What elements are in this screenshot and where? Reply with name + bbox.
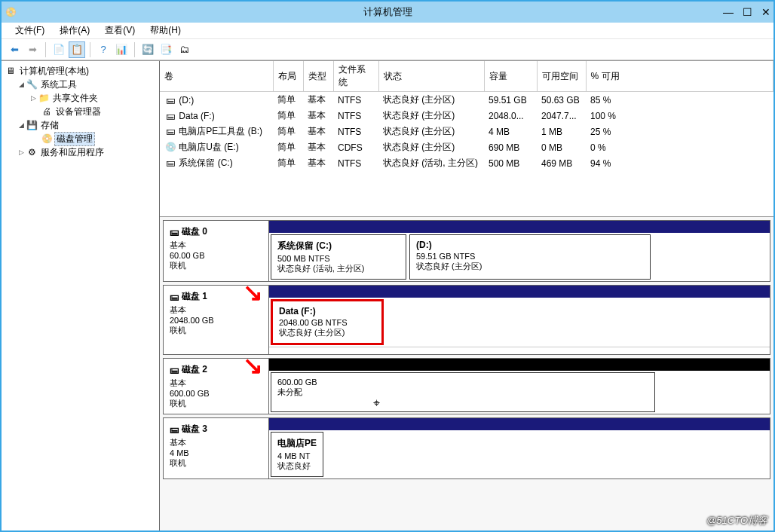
back-button[interactable]: ⬅: [6, 41, 23, 58]
cell-pct: 94 %: [586, 155, 773, 171]
expander-icon[interactable]: ▷: [17, 148, 26, 156]
disk-map[interactable]: 🖴磁盘 0基本60.00 GB联机系统保留 (C:)500 MB NTFS状态良…: [160, 217, 773, 530]
partition-header-bar: [269, 359, 770, 371]
table-row[interactable]: 🖴 Data (F:)简单基本NTFS状态良好 (主分区)2048.0...20…: [160, 108, 773, 124]
partition-box[interactable]: Data (F:)2048.00 GB NTFS状态良好 (主分区): [271, 299, 384, 345]
col-status[interactable]: 状态: [378, 61, 484, 92]
disk-partitions: 电脑店PE4 MB NT状态良好: [269, 418, 770, 478]
cell-type: 基本: [303, 139, 333, 155]
close-button[interactable]: ✕: [761, 6, 770, 18]
cell-status: 状态良好 (主分区): [378, 124, 484, 139]
drive-icon: 🖴: [164, 126, 176, 136]
tool-btn-1[interactable]: 📄: [51, 41, 67, 58]
toolbar-separator: [45, 42, 46, 57]
disk-partitions: 系统保留 (C:)500 MB NTFS状态良好 (活动, 主分区)(D:)59…: [269, 221, 770, 281]
disk-name: 磁盘 0: [182, 225, 207, 238]
cell-fs: NTFS: [333, 124, 378, 139]
table-row[interactable]: 🖴 (D:)简单基本NTFS状态良好 (主分区)59.51 GB50.63 GB…: [160, 92, 773, 109]
col-free[interactable]: 可用空间: [537, 61, 586, 92]
partition-size: 600.00 GB: [277, 378, 648, 387]
volume-name: (D:): [179, 95, 194, 105]
partition-header-bar: [269, 286, 770, 298]
disk-type: 基本: [170, 378, 262, 389]
menu-file[interactable]: 文件(F): [9, 23, 51, 38]
partition-size: 4 MB NT: [277, 451, 317, 460]
cell-layout: 简单: [273, 155, 303, 171]
forward-button[interactable]: ➡: [24, 41, 41, 58]
tool-btn-5[interactable]: 🗂: [176, 41, 192, 58]
col-layout[interactable]: 布局: [273, 61, 303, 92]
table-row[interactable]: 🖴 电脑店PE工具盘 (B:)简单基本NTFS状态良好 (主分区)4 MB1 M…: [160, 124, 773, 139]
menu-view[interactable]: 查看(V): [99, 23, 141, 38]
cell-layout: 简单: [273, 124, 303, 139]
cell-type: 基本: [303, 124, 333, 139]
expander-icon[interactable]: ▷: [29, 94, 38, 102]
minimize-button[interactable]: —: [723, 6, 734, 18]
help-button[interactable]: ?: [95, 41, 112, 58]
volume-name: 系统保留 (C:): [179, 157, 232, 168]
menu-action[interactable]: 操作(A): [54, 23, 96, 38]
disk-type: 基本: [170, 240, 262, 251]
expander-icon[interactable]: ◢: [17, 81, 26, 88]
drive-icon: 🖴: [164, 95, 176, 105]
disk-partitions: 600.00 GB未分配: [269, 359, 770, 414]
col-volume[interactable]: 卷: [160, 61, 273, 92]
col-capacity[interactable]: 容量: [484, 61, 537, 92]
cell-capacity: 690 MB: [484, 139, 537, 155]
titlebar: 📀 计算机管理 — ☐ ✕: [2, 2, 773, 23]
partition-box[interactable]: 系统保留 (C:)500 MB NTFS状态良好 (活动, 主分区): [271, 234, 406, 280]
maximize-button[interactable]: ☐: [743, 6, 752, 18]
disk-name: 磁盘 2: [182, 363, 207, 376]
cell-capacity: 500 MB: [484, 155, 537, 171]
tree-services-apps[interactable]: ▷ ⚙ 服务和应用程序: [2, 145, 159, 159]
table-row[interactable]: 🖴 系统保留 (C:)简单基本NTFS状态良好 (活动, 主分区)500 MB4…: [160, 155, 773, 171]
partition-status: 状态良好: [277, 460, 317, 472]
cell-pct: 25 %: [586, 124, 773, 139]
tool-btn-3[interactable]: 📊: [113, 41, 130, 58]
partition-box[interactable]: 电脑店PE4 MB NT状态良好: [271, 432, 323, 477]
tool-btn-4[interactable]: 📑: [158, 41, 174, 58]
expander-icon[interactable]: ◢: [17, 121, 26, 129]
tree-shared-folders[interactable]: ▷ 📁 共享文件夹: [2, 91, 159, 105]
refresh-button[interactable]: 🔄: [139, 41, 156, 58]
volume-table[interactable]: 卷 布局 类型 文件系统 状态 容量 可用空间 % 可用 🖴 (D:)简单基本N…: [160, 61, 773, 171]
volume-name: Data (F:): [179, 111, 214, 121]
table-row[interactable]: 💿 电脑店U盘 (E:)简单基本CDFS状态良好 (主分区)690 MB0 MB…: [160, 139, 773, 155]
partition-status: 状态良好 (主分区): [416, 261, 644, 272]
tree-label: 共享文件夹: [51, 92, 100, 105]
menu-help[interactable]: 帮助(H): [144, 23, 187, 38]
disk-row[interactable]: ↘🖴磁盘 1基本2048.00 GB联机Data (F:)2048.00 GB …: [163, 285, 770, 355]
partition-box[interactable]: 600.00 GB未分配: [271, 372, 655, 412]
disk-row[interactable]: 🖴磁盘 3基本4 MB联机电脑店PE4 MB NT状态良好: [163, 417, 770, 479]
toolbar-separator: [90, 42, 90, 57]
disk-icon: 🖴: [170, 424, 179, 435]
tree-pane[interactable]: 🖥 计算机管理(本地) ◢ 🔧 系统工具 ▷ 📁 共享文件夹 🖨 设备管理器 ◢…: [2, 61, 160, 530]
disk-size: 600.00 GB: [170, 389, 262, 398]
drive-icon: 🖴: [164, 111, 176, 121]
tree-disk-management[interactable]: 📀 磁盘管理: [2, 132, 159, 145]
col-type[interactable]: 类型: [303, 61, 333, 92]
disk-icon: 🖴: [170, 365, 179, 375]
col-fs[interactable]: 文件系统: [333, 61, 378, 92]
content: 🖥 计算机管理(本地) ◢ 🔧 系统工具 ▷ 📁 共享文件夹 🖨 设备管理器 ◢…: [2, 60, 773, 530]
tree-root[interactable]: 🖥 计算机管理(本地): [2, 64, 159, 78]
disk-row[interactable]: ↘🖴磁盘 2基本600.00 GB联机600.00 GB未分配: [163, 358, 770, 414]
cell-status: 状态良好 (活动, 主分区): [378, 155, 484, 171]
col-pct[interactable]: % 可用: [586, 61, 773, 92]
disk-row[interactable]: 🖴磁盘 0基本60.00 GB联机系统保留 (C:)500 MB NTFS状态良…: [163, 220, 770, 282]
cell-status: 状态良好 (主分区): [378, 108, 484, 124]
disk-extra-strip: [269, 347, 770, 354]
partition-box[interactable]: (D:)59.51 GB NTFS状态良好 (主分区): [409, 234, 651, 280]
partition-row: 600.00 GB未分配: [269, 371, 770, 414]
cell-layout: 简单: [273, 92, 303, 109]
disk-size: 4 MB: [170, 448, 262, 457]
tree-system-tools[interactable]: ◢ 🔧 系统工具: [2, 78, 159, 91]
cell-status: 状态良好 (主分区): [378, 92, 484, 109]
tree-device-manager[interactable]: 🖨 设备管理器: [2, 105, 159, 118]
partition-title: 电脑店PE: [277, 437, 317, 450]
tool-btn-2[interactable]: 📋: [69, 41, 85, 58]
cell-fs: CDFS: [333, 139, 378, 155]
cell-fs: NTFS: [333, 92, 378, 109]
cell-capacity: 4 MB: [484, 124, 537, 139]
tree-storage[interactable]: ◢ 💾 存储: [2, 118, 159, 132]
